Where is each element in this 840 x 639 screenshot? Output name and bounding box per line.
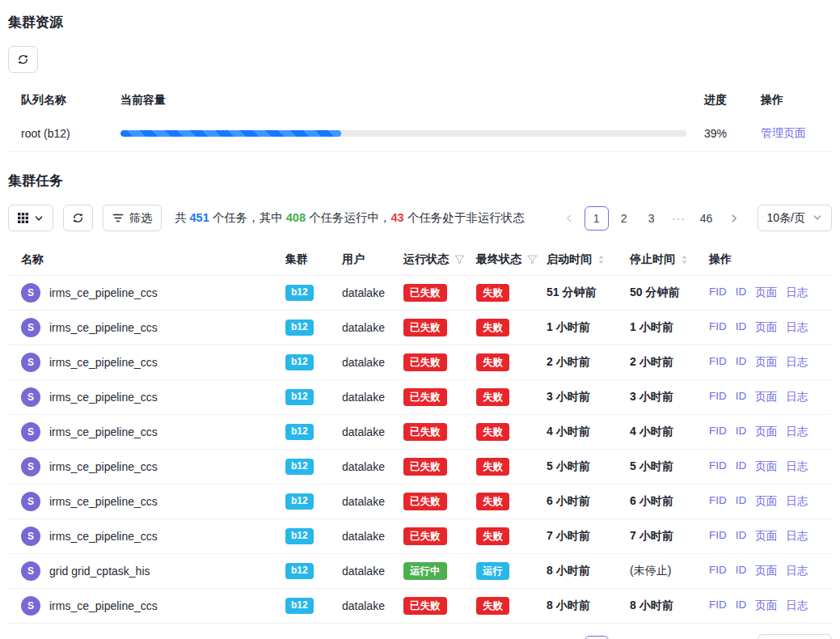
task-name-cell: Sirms_ce_pipeline_ccs [8, 415, 279, 450]
final-status-cell: 运行 [470, 554, 540, 589]
avatar: S [21, 318, 40, 337]
final-status-badge: 失败 [476, 319, 509, 336]
avatar: S [21, 457, 40, 476]
row-actions-cell: FIDID页面日志 [703, 276, 832, 311]
page-link[interactable]: 页面 [755, 599, 777, 613]
page-link[interactable]: 页面 [755, 529, 777, 544]
final-status-badge: 失败 [476, 423, 509, 441]
fid-link[interactable]: FID [709, 425, 727, 439]
log-link[interactable]: 日志 [786, 390, 808, 404]
log-link[interactable]: 日志 [786, 494, 808, 509]
stop-time: 2 小时前 [630, 355, 673, 368]
page-link[interactable]: 页面 [755, 286, 777, 300]
id-link[interactable]: ID [736, 459, 747, 474]
log-link[interactable]: 日志 [786, 529, 808, 544]
task-name-cell: Sirms_ce_pipeline_ccs [8, 485, 279, 519]
fid-link[interactable]: FID [709, 529, 727, 544]
pagination-prev[interactable] [557, 636, 581, 639]
header-start-time[interactable]: 启动时间 [540, 244, 623, 276]
final-status-cell: 失败 [470, 589, 540, 624]
column-settings-button[interactable] [8, 205, 53, 231]
pagination-page-1[interactable]: 1 [585, 636, 609, 639]
stop-time: 50 分钟前 [630, 286, 679, 298]
header-stop-time[interactable]: 停止时间 [623, 244, 703, 276]
log-link[interactable]: 日志 [786, 320, 808, 335]
fid-link[interactable]: FID [709, 564, 727, 578]
fid-link[interactable]: FID [709, 459, 727, 474]
funnel-icon[interactable] [527, 255, 538, 264]
final-status-cell: 失败 [470, 276, 540, 311]
start-time: 7 小时前 [547, 529, 590, 542]
pagination-prev[interactable] [557, 206, 581, 231]
task-name-wrap: Sirms_ce_pipeline_ccs [21, 387, 272, 407]
sorter-icon[interactable] [597, 255, 605, 264]
pagination-page-1[interactable]: 1 [585, 206, 609, 231]
log-link[interactable]: 日志 [786, 564, 808, 578]
pagination-next[interactable] [722, 636, 746, 639]
pagination-page-2[interactable]: 2 [612, 636, 636, 639]
tasks-refresh-button[interactable] [63, 205, 93, 231]
resources-refresh-button[interactable] [8, 46, 38, 73]
pagination-page-3[interactable]: 3 [639, 636, 664, 639]
log-link[interactable]: 日志 [786, 459, 808, 474]
log-link[interactable]: 日志 [786, 286, 808, 300]
page-size-select[interactable]: 10条/页 [758, 205, 832, 231]
final-status-badge: 失败 [476, 527, 509, 545]
page: 集群资源 队列名称 当前容量 进度 操作 root (b12) 39% 管理页面… [0, 0, 840, 639]
page-link[interactable]: 页面 [755, 390, 777, 404]
fid-link[interactable]: FID [709, 599, 727, 613]
log-link[interactable]: 日志 [786, 599, 808, 613]
cluster-badge: b12 [285, 424, 314, 440]
start-time: 2 小时前 [547, 355, 590, 368]
page-link[interactable]: 页面 [755, 320, 777, 335]
id-link[interactable]: ID [736, 355, 747, 370]
id-link[interactable]: ID [736, 564, 747, 578]
id-link[interactable]: ID [736, 320, 747, 335]
id-link[interactable]: ID [736, 599, 747, 613]
header-final-status: 最终状态 [470, 244, 540, 276]
id-link[interactable]: ID [736, 390, 747, 404]
log-link[interactable]: 日志 [786, 355, 808, 370]
sorter-icon[interactable] [681, 255, 688, 264]
manage-page-link[interactable]: 管理页面 [761, 126, 806, 139]
pagination-ellipsis: ··· [667, 206, 691, 231]
resources-title: 集群资源 [8, 13, 832, 32]
pagination-page-46[interactable]: 46 [694, 206, 719, 231]
page-link[interactable]: 页面 [755, 564, 777, 578]
stop-time-cell: 6 小时前 [623, 485, 703, 519]
fid-link[interactable]: FID [709, 390, 727, 404]
fid-link[interactable]: FID [709, 286, 727, 300]
progress-fill [120, 130, 341, 137]
header-queue-name: 队列名称 [21, 93, 120, 108]
page-link[interactable]: 页面 [755, 425, 777, 439]
start-time-cell: 4 小时前 [540, 415, 623, 450]
page-link[interactable]: 页面 [755, 459, 777, 474]
header-name: 名称 [8, 244, 279, 276]
funnel-icon[interactable] [454, 255, 465, 264]
row-actions: FIDID页面日志 [709, 355, 825, 370]
page-size-select[interactable]: 10条/页 [758, 634, 832, 639]
log-link[interactable]: 日志 [786, 425, 808, 439]
id-link[interactable]: ID [736, 529, 747, 544]
pagination-page-46[interactable]: 46 [694, 636, 719, 639]
pagination-page-2[interactable]: 2 [612, 206, 636, 231]
tasks-table-header: 名称 集群 用户 运行状态 最终状态 启动时间 停止时间 [8, 244, 832, 276]
user-cell: datalake [336, 554, 397, 589]
id-link[interactable]: ID [736, 494, 747, 509]
fid-link[interactable]: FID [709, 320, 727, 335]
row-actions: FIDID页面日志 [709, 494, 825, 509]
pagination-page-3[interactable]: 3 [639, 206, 664, 231]
run-status-badge: 已失败 [403, 493, 447, 510]
filter-button[interactable]: 筛选 [103, 205, 162, 231]
page-size-value: 10条/页 [767, 211, 805, 226]
id-link[interactable]: ID [736, 425, 747, 439]
start-time-cell: 51 分钟前 [540, 276, 623, 311]
page-link[interactable]: 页面 [755, 494, 777, 509]
stop-time-cell: 3 小时前 [623, 380, 703, 415]
task-name: irms_ce_pipeline_ccs [49, 460, 158, 473]
fid-link[interactable]: FID [709, 355, 727, 370]
page-link[interactable]: 页面 [755, 355, 777, 370]
pagination-next[interactable] [722, 206, 746, 231]
fid-link[interactable]: FID [709, 494, 727, 509]
id-link[interactable]: ID [736, 286, 747, 300]
